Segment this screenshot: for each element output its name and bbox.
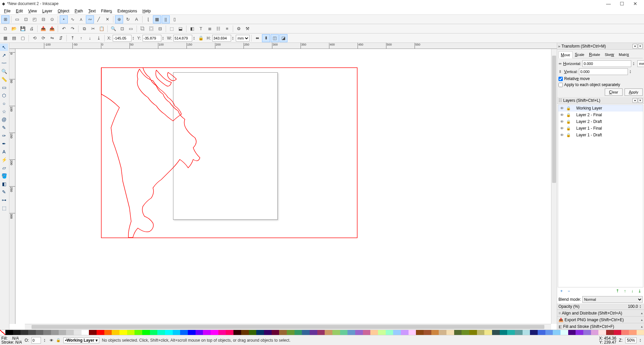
apply-each-checkbox[interactable]	[558, 83, 563, 87]
clear-button[interactable]: Clear	[605, 88, 623, 96]
menu-filters[interactable]: Filters	[98, 8, 115, 14]
text-font-dialog-button[interactable]: T	[197, 25, 205, 33]
layer-lock-toggle[interactable]: 🔒	[566, 106, 571, 111]
color-swatch[interactable]	[127, 330, 135, 335]
zoom-page-button[interactable]: ▭	[127, 25, 135, 33]
color-swatch[interactable]	[629, 330, 637, 335]
menu-layer[interactable]: Layer	[40, 8, 55, 14]
spiral-tool[interactable]: @	[0, 116, 8, 123]
snap-rotation-button[interactable]: ↻	[124, 15, 132, 23]
layer-item[interactable]: 👁🔒Layer 1 - Final	[558, 125, 643, 132]
select-all-button[interactable]: ▦	[1, 34, 9, 42]
layer-to-top-button[interactable]: ⤒	[614, 289, 621, 295]
xml-editor-button[interactable]: ≣	[206, 25, 214, 33]
snap-cusp-button[interactable]: ⋏	[77, 15, 85, 23]
color-swatch[interactable]	[119, 330, 127, 335]
duplicate-button[interactable]: ⿻	[139, 25, 147, 33]
layer-item[interactable]: 👁🔒Layer 1 - Draft	[558, 132, 643, 138]
ungroup-button[interactable]: ⬓	[176, 25, 184, 33]
horizontal-scrollbar[interactable]	[25, 324, 551, 330]
snap-other-button[interactable]: ⊕	[115, 15, 123, 23]
layers-dialog-button[interactable]: ☷	[214, 25, 222, 33]
menu-edit[interactable]: Edit	[13, 8, 25, 14]
color-swatch[interactable]	[568, 330, 576, 335]
zoom-selection-button[interactable]: 🔍	[109, 25, 117, 33]
node-tool[interactable]: ↗	[0, 52, 8, 59]
calligraphy-tool[interactable]: ✒	[0, 140, 8, 147]
export-button[interactable]: 📤	[48, 25, 56, 33]
x-input[interactable]	[113, 35, 131, 42]
layer-visibility-toggle[interactable]: 👁	[559, 120, 564, 124]
color-swatch[interactable]	[233, 330, 241, 335]
save-file-button[interactable]: 💾	[19, 25, 27, 33]
color-swatch[interactable]	[74, 330, 82, 335]
v-spinner[interactable]: ▲▼	[629, 70, 631, 74]
color-swatch[interactable]	[500, 330, 507, 335]
layer-lock-toggle[interactable]: 🔒	[566, 120, 571, 124]
color-swatch[interactable]	[393, 330, 401, 335]
cut-button[interactable]: ✂	[89, 25, 97, 33]
color-swatch[interactable]	[553, 330, 560, 335]
snap-path-button[interactable]: ∿	[68, 15, 76, 23]
color-swatch[interactable]	[332, 330, 340, 335]
color-swatch[interactable]	[363, 330, 371, 335]
rotate-ccw-button[interactable]: ⟲	[31, 34, 39, 42]
color-swatch[interactable]	[591, 330, 599, 335]
opacity-spinner[interactable]: ▲▼	[639, 304, 641, 308]
color-swatch[interactable]	[302, 330, 310, 335]
open-file-button[interactable]: 📂	[10, 25, 18, 33]
lower-button[interactable]: ↓	[86, 34, 94, 42]
color-swatch[interactable]	[469, 330, 477, 335]
color-swatch[interactable]	[287, 330, 294, 335]
h-input[interactable]	[212, 35, 231, 42]
color-swatch[interactable]	[446, 330, 454, 335]
color-swatch[interactable]	[66, 330, 74, 335]
color-swatch[interactable]	[142, 330, 150, 335]
color-swatch[interactable]	[538, 330, 545, 335]
zoom-spinner[interactable]: ▲▼	[639, 338, 641, 342]
layer-visibility-toggle[interactable]: 👁	[559, 113, 564, 117]
color-swatch[interactable]	[203, 330, 211, 335]
color-swatch[interactable]	[621, 330, 629, 335]
color-swatch[interactable]	[188, 330, 196, 335]
snap-page-button[interactable]: ▯	[170, 15, 178, 23]
color-swatch[interactable]	[431, 330, 439, 335]
color-swatch[interactable]	[523, 330, 530, 335]
close-button[interactable]: ✕	[629, 1, 642, 6]
undo-button[interactable]: ↶	[60, 25, 68, 33]
rotate-cw-button[interactable]: ⟳	[39, 34, 47, 42]
color-swatch[interactable]	[165, 330, 173, 335]
star-tool[interactable]: ☆	[0, 108, 8, 115]
layer-lock-toggle[interactable]: 🔒	[566, 126, 571, 131]
add-layer-button[interactable]: +	[558, 289, 565, 295]
snap-text-button[interactable]: A	[132, 15, 141, 23]
color-swatch[interactable]	[279, 330, 287, 335]
current-layer-select[interactable]: •Working Layer ▾	[63, 337, 99, 343]
layer-lock-toggle[interactable]: 🔒	[566, 133, 571, 137]
color-swatch[interactable]	[5, 330, 13, 335]
new-file-button[interactable]: 🗋	[1, 25, 9, 33]
rectangle-tool[interactable]: ▭	[0, 84, 8, 91]
color-swatch[interactable]	[157, 330, 165, 335]
redo-button[interactable]: ↷	[68, 25, 76, 33]
vertical-scrollbar[interactable]	[551, 49, 557, 324]
color-swatch[interactable]	[454, 330, 462, 335]
spray-tool[interactable]: ⚡	[0, 156, 8, 163]
layer-item[interactable]: 👁🔒Layer 2 - Draft	[558, 118, 643, 125]
opacity-value[interactable]: 100.0	[625, 304, 638, 309]
color-swatch[interactable]	[462, 330, 469, 335]
transform-shrink-button[interactable]: ▾	[633, 44, 637, 49]
relative-move-checkbox[interactable]	[558, 77, 563, 81]
color-swatch[interactable]	[606, 330, 614, 335]
color-swatch[interactable]	[13, 330, 21, 335]
snap-bbox-edge-button[interactable]: ⊡	[22, 15, 30, 23]
text-tool[interactable]: A	[0, 148, 8, 155]
measure-tool[interactable]: 📏	[0, 76, 8, 83]
layer-item[interactable]: 👁🔒Working Layer	[558, 105, 643, 112]
snap-bbox-button[interactable]: ▭	[13, 15, 21, 23]
color-swatch[interactable]	[355, 330, 363, 335]
color-swatch[interactable]	[256, 330, 264, 335]
flip-vertical-button[interactable]: ⇵	[57, 34, 65, 42]
color-swatch[interactable]	[249, 330, 257, 335]
layers-shrink-button[interactable]: ▾	[633, 98, 637, 103]
